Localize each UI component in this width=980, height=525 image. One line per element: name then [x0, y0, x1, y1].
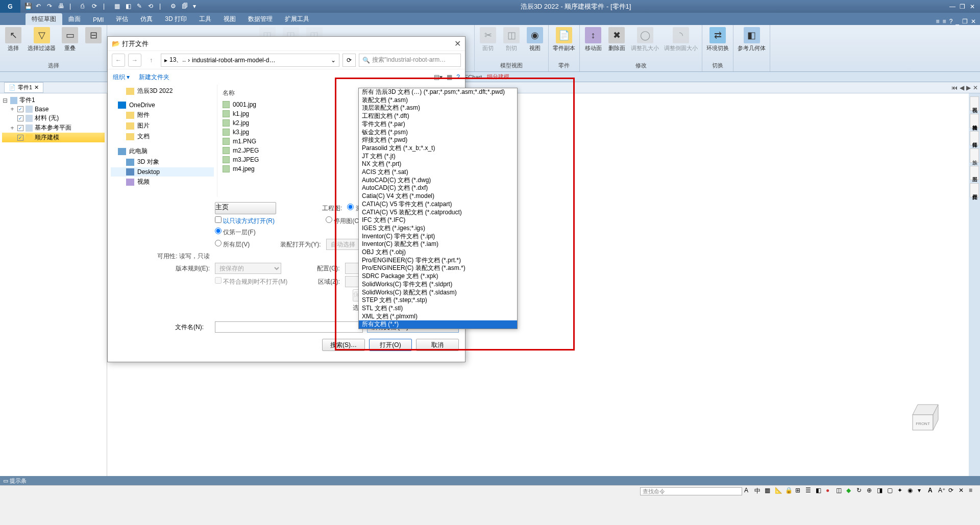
- tray-icon[interactable]: ▾: [918, 487, 927, 496]
- filetype-option[interactable]: IGES 文档 (*.iges;*.igs): [359, 224, 517, 233]
- no-rule-checkbox[interactable]: 不符合规则时不打开(M): [215, 277, 287, 286]
- deactivate-radio[interactable]: 停用图(C): [326, 216, 361, 226]
- qat-icon[interactable]: ◧: [126, 3, 134, 11]
- nav-fwd-icon[interactable]: →: [128, 54, 141, 67]
- tree-item[interactable]: 顺序建模: [2, 133, 105, 142]
- dialog-sidebar[interactable]: 浩辰3D 2022OneDrive附件图片文档此电脑3D 对象Desktop视频: [108, 85, 217, 197]
- nav-prev-icon[interactable]: ◀: [960, 84, 964, 91]
- filetype-option[interactable]: Inventor(C) 装配文档 (*.iam): [359, 240, 517, 248]
- cancel-button[interactable]: 取消: [416, 339, 459, 351]
- tray-a-icon[interactable]: A: [928, 487, 937, 496]
- qat-icon[interactable]: ▦: [114, 3, 122, 11]
- qat-icon[interactable]: ⟲: [148, 3, 156, 11]
- organize-menu[interactable]: 组织 ▾: [113, 73, 130, 82]
- sidebar-item[interactable]: 文档: [111, 131, 214, 142]
- tray-icon[interactable]: ▢: [887, 487, 896, 496]
- tab-evaluate[interactable]: 评估: [110, 13, 134, 25]
- sidebar-item[interactable]: 3D 对象: [111, 157, 214, 167]
- open-button[interactable]: 打开(O): [369, 339, 412, 351]
- qat-icon[interactable]: 🗐: [182, 3, 190, 11]
- qat-save-icon[interactable]: 💾: [24, 3, 33, 11]
- tray-icon[interactable]: 中: [754, 487, 764, 496]
- mdi-close-icon[interactable]: ✕: [971, 18, 976, 25]
- qat-dropdown-icon[interactable]: ▾: [193, 3, 201, 11]
- subtool-item[interactable]: EChart: [464, 74, 482, 80]
- rpanel-layer[interactable]: 图层: [970, 166, 979, 180]
- section-button[interactable]: ◫剖切: [502, 27, 521, 52]
- crumb-seg[interactable]: 13、..: [169, 56, 186, 64]
- tray-icon[interactable]: ✕: [959, 487, 968, 496]
- tab-tools[interactable]: 工具: [193, 13, 217, 25]
- sidebar-item[interactable]: 浩辰3D 2022: [111, 86, 214, 96]
- filetype-option[interactable]: 零件文档 (*.par): [359, 120, 517, 129]
- close-icon[interactable]: ✕: [970, 3, 977, 10]
- help-icon[interactable]: ?: [949, 18, 953, 25]
- filetype-option[interactable]: OBJ 文档 (*.obj): [359, 248, 517, 257]
- tab-pmi[interactable]: PMI: [87, 15, 110, 25]
- filetype-option[interactable]: 工程图文档 (*.dft): [359, 112, 517, 120]
- sidebar-item[interactable]: 图片: [111, 120, 214, 131]
- breadcrumb[interactable]: ▸ 13、.. › industrial-robot-arm-model-d… …: [161, 54, 339, 67]
- tray-icon[interactable]: ☰: [805, 487, 815, 496]
- filetype-option[interactable]: 钣金文档 (*.psm): [359, 129, 517, 137]
- search-input[interactable]: 🔍 搜索"industrial-robot-arm…: [359, 54, 461, 67]
- version-rule-select[interactable]: 按保存的: [215, 263, 281, 274]
- delete-face-button[interactable]: ✖删除面: [607, 27, 626, 52]
- maximize-icon[interactable]: ❐: [960, 3, 967, 10]
- view-button[interactable]: ◉视图: [526, 27, 544, 52]
- filetype-option[interactable]: STL 文档 (*.stl): [359, 305, 517, 313]
- filetype-option[interactable]: SDRC Package 文档 (*.xpk): [359, 272, 517, 281]
- filetype-option[interactable]: AutoCAD(C) 文档 (*.dwg): [359, 177, 517, 185]
- help-rows-icon[interactable]: ≡: [936, 18, 940, 25]
- tray-icon[interactable]: ✦: [897, 487, 906, 496]
- tray-icon[interactable]: 🔒: [785, 487, 794, 496]
- mdi-min-icon[interactable]: _: [955, 18, 959, 25]
- part-copy-button[interactable]: 📄零件副本: [553, 27, 575, 52]
- tray-icon[interactable]: ≡: [969, 487, 978, 496]
- app-logo[interactable]: G: [0, 0, 20, 13]
- tree-item[interactable]: 材料 (无): [2, 113, 105, 123]
- tray-icon[interactable]: ⟳: [948, 487, 958, 496]
- tray-aplus-icon[interactable]: A⁺: [938, 487, 947, 496]
- tab-view[interactable]: 视图: [217, 13, 242, 25]
- sidebar-item[interactable]: 视频: [111, 177, 214, 187]
- rpanel-family[interactable]: 族: [970, 148, 979, 163]
- dialog-close-icon[interactable]: ✕: [454, 39, 461, 48]
- view-mode-icon[interactable]: ▤▾: [434, 73, 443, 81]
- new-folder-button[interactable]: 新建文件夹: [139, 73, 169, 82]
- nav-close-icon[interactable]: ✕: [973, 84, 978, 91]
- doc-tab[interactable]: 📄 零件1 ✕: [4, 82, 43, 93]
- filetype-option[interactable]: CATIA(C) V5 零件文档 (*.catpart): [359, 201, 517, 209]
- tray-icon[interactable]: ▦: [765, 487, 774, 496]
- filetype-option[interactable]: Parasolid 文档 (*.x_b;*.x_t): [359, 144, 517, 153]
- nav-next-icon[interactable]: ▶: [966, 84, 971, 91]
- tray-icon[interactable]: A: [744, 487, 753, 496]
- resize-hole-button[interactable]: ◯调整孔大小: [631, 27, 659, 52]
- view-cube[interactable]: FRONT: [908, 399, 943, 435]
- filetype-option[interactable]: CATIA(C) V5 装配文档 (*.catproduct): [359, 209, 517, 217]
- qat-undo-icon[interactable]: ↶: [36, 3, 44, 11]
- tree-item[interactable]: +Base: [2, 105, 105, 113]
- filetype-option[interactable]: 顶层装配文档 (*.asm): [359, 104, 517, 112]
- tray-icon[interactable]: ◨: [877, 487, 886, 496]
- rpanel-conv[interactable]: 转换相关: [970, 114, 979, 128]
- filetype-dropdown[interactable]: 所有 浩辰3D 文档 (…) (*.par;*.psm;*.asm;*.dft;…: [358, 88, 518, 329]
- all-layer-radio[interactable]: 所有层(V): [215, 240, 250, 249]
- search-button[interactable]: 搜索(S)…: [322, 339, 365, 351]
- overlap-button[interactable]: ▭重叠: [61, 27, 79, 52]
- move-face-button[interactable]: ↕移动面: [584, 27, 602, 52]
- subtool-subdiv[interactable]: 细分建模: [487, 73, 509, 81]
- crumb-dropdown-icon[interactable]: ⌄: [331, 57, 336, 64]
- select-filter-button[interactable]: ▽选择过滤器: [28, 27, 56, 52]
- nav-first-icon[interactable]: ⏮: [951, 84, 958, 91]
- doc-close-icon[interactable]: ✕: [34, 84, 39, 91]
- rpanel-lib[interactable]: 特征库: [970, 131, 979, 145]
- filetype-option[interactable]: Pro/ENGINEER(C) 装配文档 (*.asm.*): [359, 264, 517, 272]
- filetype-option[interactable]: IFC 文档 (*.IFC): [359, 216, 517, 224]
- nav-up-icon[interactable]: ↑: [144, 54, 158, 67]
- tab-3dprint[interactable]: 3D 打印: [159, 13, 193, 25]
- qat-icon[interactable]: ⚙: [170, 3, 179, 11]
- help-rows-icon[interactable]: ≡: [943, 18, 946, 25]
- qat-print-icon[interactable]: 🖶: [58, 3, 66, 11]
- tray-icon[interactable]: ◧: [816, 487, 825, 496]
